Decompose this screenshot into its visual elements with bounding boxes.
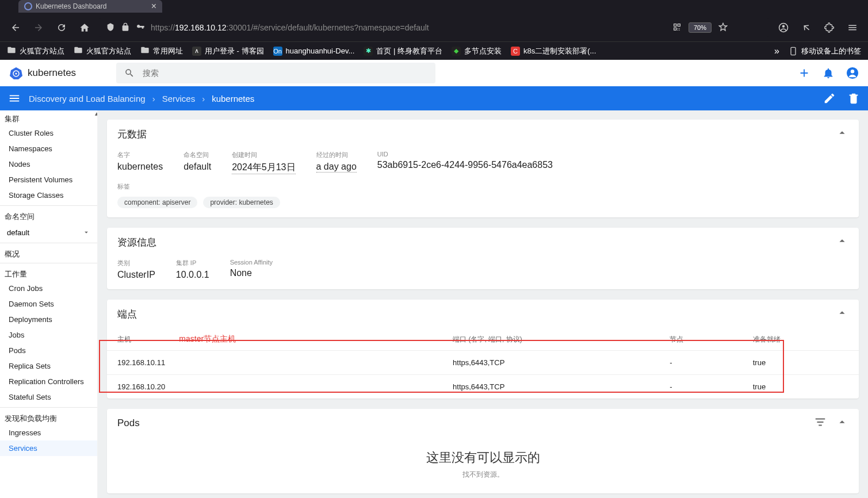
home-button[interactable] xyxy=(76,19,93,36)
empty-subtitle: 找不到资源。 xyxy=(107,470,859,480)
overflow-icon[interactable]: » xyxy=(774,46,779,56)
sidebar-item-daemon-sets[interactable]: Daemon Sets xyxy=(0,296,97,312)
chevron-right-icon: › xyxy=(202,94,205,104)
namespace-select[interactable]: default xyxy=(3,224,94,240)
browser-tab[interactable]: Kubernetes Dashboard × xyxy=(18,0,162,13)
collapse-icon[interactable] xyxy=(836,127,848,141)
bookmark-item[interactable]: ✱首页 | 终身教育平台 xyxy=(364,46,442,56)
k8s-logo[interactable]: kubernetes xyxy=(9,66,116,80)
close-icon[interactable]: × xyxy=(151,1,156,12)
meta-age: a day ago xyxy=(316,162,357,173)
sidebar-item-nodes[interactable]: Nodes xyxy=(0,156,97,172)
sidebar-item-replication-controllers[interactable]: Replication Controllers xyxy=(0,374,97,389)
devices-bookmark[interactable]: 移动设备上的书签 xyxy=(789,46,861,56)
sidebar-item-ingresses[interactable]: Ingresses xyxy=(0,425,97,440)
col-port: 端口 (名字, 端口, 协议) xyxy=(442,328,659,351)
back-button[interactable] xyxy=(7,19,24,36)
sidebar-item-cron-jobs[interactable]: Cron Jobs xyxy=(0,281,97,296)
sidebar-section[interactable]: 命名空间 xyxy=(0,208,97,223)
metadata-title: 元数据 xyxy=(117,128,147,141)
collapse-icon[interactable] xyxy=(836,416,848,431)
menu-toggle-icon[interactable] xyxy=(8,92,21,105)
crumb-discovery[interactable]: Discovery and Load Balancing xyxy=(29,94,146,104)
folder-icon xyxy=(140,45,150,56)
url-bar[interactable]: https://192.168.10.12:30001/#/service/de… xyxy=(99,18,769,37)
key-icon xyxy=(136,22,145,33)
search-box[interactable] xyxy=(116,63,435,83)
collapse-icon[interactable] xyxy=(836,235,848,250)
bookmark-item[interactable]: 火狐官方站点 xyxy=(7,45,64,56)
favicon: On xyxy=(273,47,282,56)
sidebar-item-namespaces[interactable]: Namespaces xyxy=(0,141,97,156)
sidebar-item-services[interactable]: Services xyxy=(0,440,97,456)
cell-port: https,6443,TCP xyxy=(442,351,659,375)
favicon: ∧ xyxy=(192,47,201,56)
qr-icon[interactable] xyxy=(672,22,682,33)
history-icon[interactable] xyxy=(798,19,815,36)
bookmark-item[interactable]: ∧用户登录 - 博客园 xyxy=(192,46,264,56)
meta-name: kubernetes xyxy=(117,162,163,172)
sidebar-item-storage-classes[interactable]: Storage Classes xyxy=(0,187,97,203)
annotation-label: master节点主机 xyxy=(179,334,236,343)
reload-button[interactable] xyxy=(53,19,70,36)
url-text: https://192.168.10.12:30001/#/service/de… xyxy=(151,23,429,32)
bookmark-item[interactable]: 火狐官方站点 xyxy=(74,45,131,56)
chevron-up-icon[interactable]: ▲ xyxy=(93,110,98,117)
svg-point-7 xyxy=(851,70,854,73)
chevron-down-icon xyxy=(82,228,90,236)
table-row: 192.168.10.11https,6443,TCP-true xyxy=(107,351,859,375)
menu-icon[interactable] xyxy=(844,19,861,36)
sidebar-section[interactable]: 工作量 xyxy=(0,266,97,281)
zoom-badge[interactable]: 70% xyxy=(689,22,712,33)
bookmark-item[interactable]: Onhuanghuanhui-Dev... xyxy=(273,47,355,56)
resource-clusterip: 10.0.0.1 xyxy=(176,270,209,280)
bookmark-star-icon[interactable] xyxy=(718,22,728,33)
account-icon[interactable] xyxy=(775,19,792,36)
endpoints-title: 端点 xyxy=(117,308,137,321)
bookmarks-bar: 火狐官方站点火狐官方站点常用网址∧用户登录 - 博客园Onhuanghuanhu… xyxy=(0,41,868,60)
tab-title: Kubernetes Dashboard xyxy=(36,2,106,10)
sidebar-item-pods[interactable]: Pods xyxy=(0,343,97,358)
sidebar-item-deployments[interactable]: Deployments xyxy=(0,312,97,327)
sidebar-item-cluster-roles[interactable]: Cluster Roles xyxy=(0,125,97,141)
cell-ready: true xyxy=(743,351,859,375)
cell-host: 192.168.10.11 xyxy=(107,351,442,375)
table-row: 192.168.10.20https,6443,TCP-true xyxy=(107,375,859,399)
cell-ready: true xyxy=(743,375,859,399)
crumb-services[interactable]: Services xyxy=(162,94,196,104)
bookmark-item[interactable]: ◆多节点安装 xyxy=(452,46,502,56)
pods-card: Pods 这里没有可以显示的 找不到资源。 xyxy=(107,409,859,493)
edit-icon[interactable] xyxy=(823,92,836,105)
col-host: 主机 master节点主机 xyxy=(107,328,442,351)
bookmark-item[interactable]: Ck8s二进制安装部署(... xyxy=(511,46,596,56)
filter-icon[interactable] xyxy=(814,416,827,431)
sidebar-item-persistent-volumes[interactable]: Persistent Volumes xyxy=(0,172,97,187)
label-chip: provider: kubernetes xyxy=(203,197,280,208)
sidebar-section[interactable]: 概况 xyxy=(0,246,97,261)
resource-affinity: None xyxy=(230,268,273,278)
forward-button[interactable] xyxy=(30,19,47,36)
create-icon[interactable] xyxy=(798,67,810,79)
crumb-kubernetes: kubernetes xyxy=(212,94,254,104)
search-input[interactable] xyxy=(143,68,427,78)
sidebar-item-replica-sets[interactable]: Replica Sets xyxy=(0,358,97,374)
search-icon xyxy=(124,68,135,78)
endpoints-card: 端点 主机 master节点主机 端口 (名字, 端口, 协议) 节点 准备就绪… xyxy=(107,300,859,399)
resource-type: ClusterIP xyxy=(117,270,155,280)
collapse-icon[interactable] xyxy=(836,307,848,321)
meta-namespace: default xyxy=(183,162,211,172)
sidebar-item-jobs[interactable]: Jobs xyxy=(0,327,97,343)
sidebar-section[interactable]: 发现和负载均衡 xyxy=(0,410,97,425)
extension-icon[interactable] xyxy=(821,19,838,36)
user-icon[interactable] xyxy=(846,67,859,79)
svg-rect-2 xyxy=(791,47,796,55)
label-chip: component: apiserver xyxy=(117,197,197,208)
sidebar-item-stateful-sets[interactable]: Stateful Sets xyxy=(0,389,97,405)
notifications-icon[interactable] xyxy=(822,67,835,79)
main-content: 元数据 名字kubernetes 命名空间default 创建时间2024年5月… xyxy=(98,110,868,498)
shield-icon xyxy=(106,22,115,33)
bookmark-item[interactable]: 常用网址 xyxy=(140,45,183,56)
cell-node: - xyxy=(659,375,742,399)
delete-icon[interactable] xyxy=(847,92,860,105)
sidebar-section[interactable]: 集群 xyxy=(0,110,97,125)
